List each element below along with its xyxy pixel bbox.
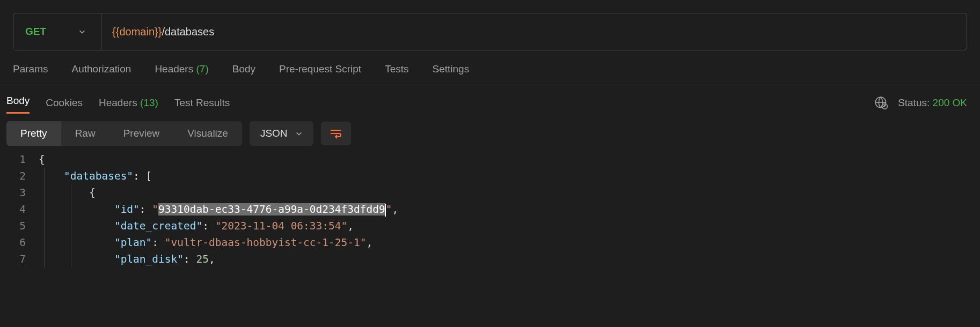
response-tab-headers-count: (13) <box>140 97 158 108</box>
line-number-gutter: 1 2 3 4 5 6 7 <box>6 151 39 267</box>
response-status: Status: 200 OK <box>898 97 967 109</box>
response-tab-headers-label: Headers <box>99 97 137 108</box>
status-value: 200 OK <box>933 97 967 108</box>
response-tabs: Body Cookies Headers (13) Test Results <box>6 92 230 114</box>
wrap-lines-button[interactable] <box>321 122 351 145</box>
code-line: "date_created": "2023-11-04 06:33:54", <box>39 218 398 234</box>
tab-params[interactable]: Params <box>13 63 48 75</box>
line-number: 3 <box>6 184 26 201</box>
line-number: 2 <box>6 168 26 184</box>
tab-prerequest[interactable]: Pre-request Script <box>279 63 361 75</box>
line-number: 7 <box>6 251 26 267</box>
tab-settings[interactable]: Settings <box>433 63 470 75</box>
response-format-row: Pretty Raw Preview Visualize JSON <box>0 114 980 151</box>
tab-authorization[interactable]: Authorization <box>71 63 131 75</box>
status-label: Status: <box>898 97 930 108</box>
response-body-viewer[interactable]: 1 2 3 4 5 6 7 { "databases": [ { "id": "… <box>0 151 980 267</box>
response-tab-test-results[interactable]: Test Results <box>174 94 230 112</box>
response-status-area: Status: 200 OK <box>874 96 967 110</box>
response-tab-headers[interactable]: Headers (13) <box>99 94 158 112</box>
url-variable: {{domain}} <box>112 26 162 38</box>
line-number: 6 <box>6 234 26 251</box>
format-visualize[interactable]: Visualize <box>173 121 242 146</box>
request-url-bar: GET {{domain}}/databases <box>13 13 967 50</box>
url-path: /databases <box>162 26 214 38</box>
request-tabs: Params Authorization Headers (7) Body Pr… <box>0 50 980 85</box>
code-line: "plan_disk": 25, <box>39 251 398 267</box>
http-method-select[interactable]: GET <box>13 13 101 50</box>
format-mode-group: Pretty Raw Preview Visualize <box>6 121 242 146</box>
format-pretty[interactable]: Pretty <box>6 121 61 146</box>
line-number: 4 <box>6 201 26 218</box>
chevron-down-icon <box>295 130 303 137</box>
http-method-label: GET <box>25 26 46 38</box>
tab-tests[interactable]: Tests <box>385 63 408 75</box>
response-language-select[interactable]: JSON <box>250 121 313 146</box>
code-line: { <box>39 151 398 168</box>
wrap-icon <box>330 128 342 139</box>
tab-headers-label: Headers <box>155 63 193 75</box>
format-raw[interactable]: Raw <box>61 121 109 146</box>
response-tab-cookies[interactable]: Cookies <box>46 94 83 112</box>
format-preview[interactable]: Preview <box>109 121 174 146</box>
request-url-input[interactable]: {{domain}}/databases <box>101 26 214 38</box>
chevron-down-icon <box>78 28 86 35</box>
line-number: 1 <box>6 151 26 168</box>
response-language-label: JSON <box>260 128 288 139</box>
response-tab-body[interactable]: Body <box>6 92 30 114</box>
code-lines: { "databases": [ { "id": "93310dab-ec33-… <box>39 151 398 267</box>
code-line: "databases": [ <box>39 168 398 184</box>
globe-icon[interactable] <box>874 96 888 110</box>
code-line: "plan": "vultr-dbaas-hobbyist-cc-1-25-1"… <box>39 234 398 251</box>
tab-headers[interactable]: Headers (7) <box>155 63 208 75</box>
line-number: 5 <box>6 218 26 234</box>
tab-body[interactable]: Body <box>232 63 255 75</box>
selected-text: 93310dab-ec33-4776-a99a-0d234f3dfdd9 <box>158 203 385 215</box>
code-line: "id": "93310dab-ec33-4776-a99a-0d234f3df… <box>39 201 398 218</box>
code-line: { <box>39 184 398 201</box>
tab-headers-count: (7) <box>196 63 208 75</box>
response-header-row: Body Cookies Headers (13) Test Results S… <box>0 85 980 114</box>
